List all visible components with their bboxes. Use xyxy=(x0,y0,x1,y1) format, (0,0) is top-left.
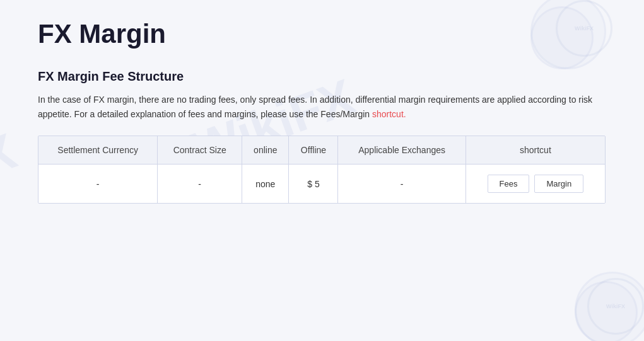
table-row: - - none $ 5 - Fees Margin xyxy=(38,165,605,204)
watermark-circle-3 xyxy=(575,272,644,341)
description-text: In the case of FX margin, there are no t… xyxy=(38,95,592,119)
watermark-circle-4 xyxy=(575,281,638,341)
page-title: FX Margin xyxy=(38,19,606,49)
shortcut-btn-group: Fees Margin xyxy=(472,175,599,193)
cell-offline: $ 5 xyxy=(289,165,338,204)
description: In the case of FX margin, there are no t… xyxy=(38,93,606,122)
fee-table: Settlement Currency Contract Size online… xyxy=(38,136,605,203)
content-area: FX Margin FX Margin Fee Structure In the… xyxy=(38,19,606,204)
cell-settlement-currency: - xyxy=(38,165,158,204)
cell-online: none xyxy=(242,165,289,204)
col-header-contract-size: Contract Size xyxy=(158,136,242,165)
table-header-row: Settlement Currency Contract Size online… xyxy=(38,136,605,165)
margin-button[interactable]: Margin xyxy=(534,175,583,193)
fees-button[interactable]: Fees xyxy=(488,175,530,193)
cell-contract-size: - xyxy=(158,165,242,204)
section-title: FX Margin Fee Structure xyxy=(38,69,606,84)
col-header-settlement-currency: Settlement Currency xyxy=(38,136,158,165)
col-header-shortcut: shortcut xyxy=(465,136,605,165)
col-header-offline: Offline xyxy=(289,136,338,165)
cell-shortcut-buttons: Fees Margin xyxy=(465,165,605,204)
fee-table-wrapper: Settlement Currency Contract Size online… xyxy=(38,136,606,204)
col-header-applicable-exchanges: Applicable Exchanges xyxy=(338,136,465,165)
watermark-stamp-2: WikiFX xyxy=(587,278,644,335)
col-header-online: online xyxy=(242,136,289,165)
cell-applicable-exchanges: - xyxy=(338,165,465,204)
watermark-text-1: X xyxy=(0,122,23,188)
shortcut-link[interactable]: shortcut. xyxy=(372,109,406,119)
page-container: X WikiFX WikiFX WikiFX FX Margin FX Marg… xyxy=(0,0,644,341)
